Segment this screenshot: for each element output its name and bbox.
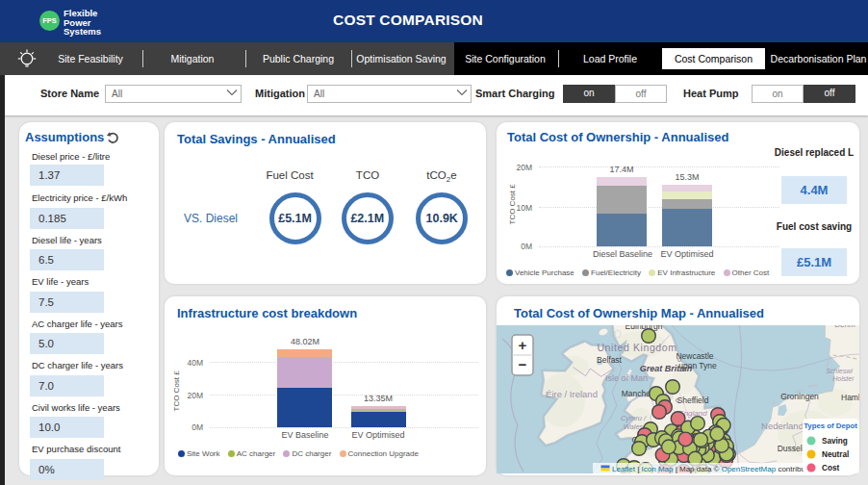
svg-text:Saving: Saving [822, 437, 848, 446]
svg-text:Éire / Ireland: Éire / Ireland [546, 389, 598, 399]
svg-text:Cymru /: Cymru / [621, 414, 647, 422]
svg-text:Neutral: Neutral [822, 450, 849, 459]
svg-text:United Kingdom: United Kingdom [597, 342, 677, 353]
svg-text:Sheffield: Sheffield [677, 396, 709, 405]
svg-text:Nederland: Nederland [761, 421, 804, 431]
svg-text:Hamburg: Hamburg [841, 393, 859, 402]
svg-text:Holstei: Holstei [832, 375, 854, 382]
svg-text:Isle of Man: Isle of Man [605, 373, 648, 383]
svg-text:Types of Depot: Types of Depot [804, 421, 857, 430]
svg-text:Belfast: Belfast [597, 355, 623, 365]
svg-text:Leaflet | Icon Map | Map data: Leaflet | Icon Map | Map data © OpenStre… [612, 465, 812, 473]
svg-text:−: − [519, 356, 527, 372]
svg-text:Denm: Denm [834, 325, 855, 329]
svg-text:Newcastle: Newcastle [676, 351, 713, 361]
svg-text:Cost: Cost [822, 464, 839, 472]
svg-text:Schleswi: Schleswi [826, 368, 853, 374]
svg-text:+: + [519, 337, 527, 353]
svg-text:Groningen: Groningen [780, 392, 819, 401]
svg-text:Great Britain: Great Britain [640, 364, 693, 373]
